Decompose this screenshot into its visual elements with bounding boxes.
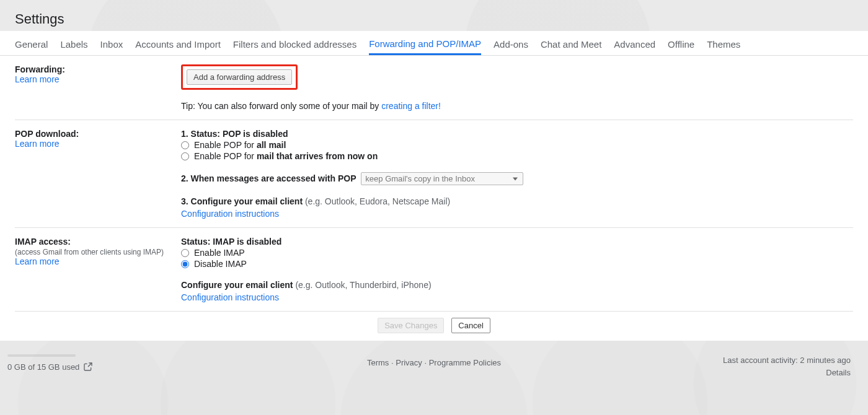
imap-configuration-instructions-link[interactable]: Configuration instructions [181, 292, 279, 302]
footer: 0 GB of 15 GB used Terms · Privacy · Pro… [0, 341, 868, 415]
tab-inbox[interactable]: Inbox [100, 32, 123, 55]
tab-addons[interactable]: Add-ons [494, 32, 528, 55]
pop-option-from-now: Enable POP for mail that arrives from no… [181, 151, 523, 161]
pop-configuration-instructions-link[interactable]: Configuration instructions [181, 209, 279, 219]
pop-opt1-text: Enable POP for [194, 140, 257, 150]
forwarding-learn-more-link[interactable]: Learn more [15, 74, 60, 84]
tab-themes[interactable]: Themes [707, 32, 740, 55]
pop-title: POP download: [15, 129, 79, 139]
pop-content: 1. Status: POP is disabled Enable POP fo… [181, 129, 523, 219]
settings-header: Settings [0, 0, 868, 31]
imap-configure-label: Configure your email client [181, 280, 295, 290]
pop-step3-paren: (e.g. Outlook, Eudora, Netscape Mail) [305, 196, 450, 206]
pop-label-from-now[interactable]: Enable POP for mail that arrives from no… [194, 151, 378, 161]
forwarding-label-block: Forwarding: Learn more [15, 64, 181, 84]
forwarding-tip-text: Tip: You can also forward only some of y… [181, 101, 381, 111]
pop-action-select[interactable]: keep Gmail's copy in the Inbox [361, 172, 523, 185]
pop-status-prefix: 1. Status: [181, 129, 223, 139]
footer-details-link[interactable]: Details [826, 368, 851, 377]
forwarding-content: Add a forwarding address Tip: You can al… [181, 64, 441, 111]
creating-a-filter-link[interactable]: creating a filter! [381, 101, 441, 111]
tab-offline[interactable]: Offline [668, 32, 694, 55]
pop-opt2-text: Enable POP for [194, 151, 257, 161]
pop-status-value: POP is disabled [223, 129, 288, 139]
pop-option-all-mail: Enable POP for all mail [181, 140, 523, 150]
imap-label-disable[interactable]: Disable IMAP [194, 259, 247, 269]
forwarding-title: Forwarding: [15, 64, 65, 74]
pop-learn-more-link[interactable]: Learn more [15, 139, 60, 149]
pop-opt1-bold: all mail [257, 140, 286, 150]
imap-status-prefix: Status: [181, 237, 213, 247]
add-forwarding-address-button[interactable]: Add a forwarding address [187, 69, 292, 85]
tab-filters[interactable]: Filters and blocked addresses [233, 32, 356, 55]
tab-accounts[interactable]: Accounts and Import [135, 32, 221, 55]
pop-step2-label: 2. When messages are accessed with POP [181, 173, 356, 183]
add-forwarding-highlight: Add a forwarding address [181, 64, 298, 90]
section-imap: IMAP access: (access Gmail from other cl… [15, 228, 853, 312]
footer-privacy-link[interactable]: Privacy [396, 358, 422, 367]
tab-labels[interactable]: Labels [60, 32, 87, 55]
cancel-button[interactable]: Cancel [451, 318, 490, 333]
imap-status-value: IMAP is disabled [213, 237, 281, 247]
pop-step3: 3. Configure your email client (e.g. Out… [181, 196, 523, 206]
imap-subtitle: (access Gmail from other clients using I… [15, 248, 164, 256]
imap-configure-line: Configure your email client (e.g. Outloo… [181, 280, 432, 290]
imap-radio-disable[interactable] [181, 260, 189, 268]
footer-policies-link[interactable]: Programme Policies [429, 358, 501, 367]
pop-label-block: POP download: Learn more [15, 129, 181, 149]
pop-opt2-bold: mail that arrives from now on [257, 151, 378, 161]
imap-content: Status: IMAP is disabled Enable IMAP Dis… [181, 237, 432, 302]
imap-title: IMAP access: [15, 237, 71, 247]
page-title: Settings [15, 11, 853, 27]
action-row: Save Changes Cancel [0, 312, 868, 341]
save-changes-button: Save Changes [378, 318, 444, 333]
forwarding-tip: Tip: You can also forward only some of y… [181, 101, 441, 111]
settings-body: Forwarding: Learn more Add a forwarding … [0, 56, 868, 312]
imap-radio-enable[interactable] [181, 249, 189, 257]
pop-label-all-mail[interactable]: Enable POP for all mail [194, 140, 286, 150]
pop-status-line: 1. Status: POP is disabled [181, 129, 523, 139]
imap-label-enable[interactable]: Enable IMAP [194, 248, 245, 258]
pop-radio-from-now[interactable] [181, 152, 189, 160]
tab-forwarding-pop-imap[interactable]: Forwarding and POP/IMAP [369, 32, 481, 55]
pop-step3-label: 3. Configure your email client [181, 196, 305, 206]
imap-option-disable: Disable IMAP [181, 259, 432, 269]
last-activity-text: Last account activity: 2 minutes ago [723, 354, 851, 367]
tab-chat-meet[interactable]: Chat and Meet [541, 32, 601, 55]
footer-terms-link[interactable]: Terms [367, 358, 389, 367]
pop-step2: 2. When messages are accessed with POP k… [181, 172, 523, 185]
imap-option-enable: Enable IMAP [181, 248, 432, 258]
imap-label-block: IMAP access: (access Gmail from other cl… [15, 237, 181, 266]
imap-configure-paren: (e.g. Outlook, Thunderbird, iPhone) [295, 280, 431, 290]
imap-learn-more-link[interactable]: Learn more [15, 256, 60, 266]
section-forwarding: Forwarding: Learn more Add a forwarding … [15, 56, 853, 120]
section-pop: POP download: Learn more 1. Status: POP … [15, 120, 853, 228]
tab-advanced[interactable]: Advanced [614, 32, 655, 55]
imap-status-line: Status: IMAP is disabled [181, 237, 432, 247]
tab-general[interactable]: General [15, 32, 48, 55]
pop-radio-all-mail[interactable] [181, 141, 189, 149]
footer-right: Last account activity: 2 minutes ago Det… [723, 354, 851, 378]
settings-tabs: General Labels Inbox Accounts and Import… [0, 31, 868, 56]
